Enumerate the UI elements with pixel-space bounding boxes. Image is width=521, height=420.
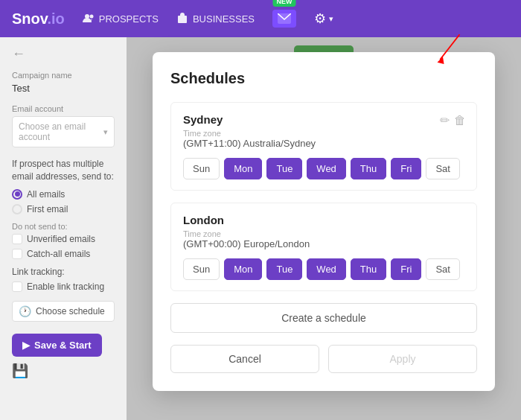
schedule-block-london: London Time zone (GMT+00:00) Europe/Lond…: [170, 203, 477, 291]
day-fri-london[interactable]: Fri: [391, 258, 421, 280]
all-emails-option[interactable]: All emails: [12, 189, 115, 200]
all-emails-radio[interactable]: [12, 189, 22, 200]
main-area: ← Campaign name Test Email account Choos…: [0, 37, 521, 420]
link-tracking-label: Link tracking:: [12, 267, 115, 277]
nav-mail[interactable]: [272, 10, 296, 28]
modal-overlay: Schedules ✏ 🗑 Sydney Time zone (GMT+11:0…: [127, 37, 521, 420]
tz-value-sydney: (GMT+11:00) Australia/Sydney: [183, 138, 464, 149]
catch-all-checkbox[interactable]: [12, 249, 22, 259]
days-row-london: Sun Mon Tue Wed Thu Fri Sat: [183, 258, 464, 280]
nav-prospects[interactable]: PROSPECTS: [83, 13, 159, 25]
chevron-down-icon: ▾: [103, 127, 108, 137]
day-fri-sydney[interactable]: Fri: [391, 158, 421, 179]
svg-point-1: [89, 15, 93, 19]
day-mon-sydney[interactable]: Mon: [224, 158, 262, 179]
enable-link-tracking-label: Enable link tracking: [27, 281, 104, 292]
save-icon: 💾: [12, 363, 28, 378]
delete-icon-sydney[interactable]: 🗑: [454, 114, 466, 127]
campaign-name-value: Test: [12, 83, 115, 94]
catch-all-label: Catch-all emails: [27, 249, 90, 259]
nav-prospects-label: PROSPECTS: [99, 13, 159, 25]
first-email-label: First email: [27, 204, 68, 214]
svg-rect-2: [178, 16, 187, 23]
nav-mail-wrap: NEW: [272, 10, 296, 28]
apply-button[interactable]: Apply: [328, 345, 477, 373]
schedules-modal: Schedules ✏ 🗑 Sydney Time zone (GMT+11:0…: [153, 52, 495, 391]
day-sun-sydney[interactable]: Sun: [183, 158, 220, 179]
nav-settings[interactable]: ⚙ ▾: [314, 10, 333, 27]
tz-label-london: Time zone: [183, 229, 464, 238]
play-icon: ▶: [22, 340, 30, 351]
unverified-emails-label: Unverified emails: [27, 234, 95, 244]
schedule-actions-sydney: ✏ 🗑: [440, 113, 466, 127]
new-badge: NEW: [273, 0, 296, 7]
day-mon-london[interactable]: Mon: [224, 258, 262, 280]
modal-footer: Cancel Apply: [170, 345, 477, 373]
tz-label-sydney: Time zone: [183, 129, 464, 138]
multiple-email-label: If prospect has multiple email addresses…: [12, 158, 115, 183]
day-sun-london[interactable]: Sun: [183, 258, 220, 280]
save-start-button[interactable]: ▶ Save & Start: [12, 334, 102, 357]
schedule-name-london: London: [183, 214, 464, 226]
day-sat-sydney[interactable]: Sat: [426, 158, 460, 179]
sidebar: ← Campaign name Test Email account Choos…: [0, 37, 127, 420]
day-wed-sydney[interactable]: Wed: [307, 158, 346, 179]
logo-suffix: .io: [47, 10, 64, 27]
first-email-radio[interactable]: [12, 204, 22, 214]
back-button[interactable]: ←: [12, 46, 115, 62]
email-account-label: Email account: [12, 104, 115, 113]
svg-marker-5: [438, 57, 444, 64]
create-schedule-button[interactable]: Create a schedule: [170, 303, 477, 333]
top-nav: Snov.io PROSPECTS BUSINESSES NEW ⚙ ▾: [0, 0, 521, 37]
clock-icon: 🕐: [19, 305, 31, 317]
catch-all-option[interactable]: Catch-all emails: [12, 249, 115, 259]
schedule-block-sydney: ✏ 🗑 Sydney Time zone (GMT+11:00) Austral…: [170, 102, 477, 191]
edit-icon-sydney[interactable]: ✏: [440, 113, 450, 127]
enable-link-tracking-option[interactable]: Enable link tracking: [12, 281, 115, 292]
unverified-emails-option[interactable]: Unverified emails: [12, 234, 115, 244]
nav-businesses[interactable]: BUSINESSES: [176, 13, 255, 25]
cancel-button[interactable]: Cancel: [170, 345, 319, 373]
enable-link-tracking-checkbox[interactable]: [12, 281, 22, 292]
days-row-sydney: Sun Mon Tue Wed Thu Fri Sat: [183, 158, 464, 179]
nav-businesses-label: BUSINESSES: [193, 13, 255, 25]
modal-title: Schedules: [170, 70, 477, 87]
save-start-label: Save & Start: [34, 340, 92, 351]
day-wed-london[interactable]: Wed: [307, 258, 346, 280]
day-thu-london[interactable]: Thu: [351, 258, 386, 280]
email-account-select[interactable]: Choose an email account ▾: [12, 116, 115, 147]
day-tue-sydney[interactable]: Tue: [266, 158, 302, 179]
logo: Snov.io: [12, 10, 65, 28]
schedule-name-sydney: Sydney: [183, 113, 464, 126]
all-emails-label: All emails: [27, 189, 65, 200]
campaign-name-label: Campaign name: [12, 71, 115, 80]
email-account-placeholder: Choose an email account: [19, 121, 103, 142]
unverified-emails-checkbox[interactable]: [12, 234, 22, 244]
choose-schedule-label: Choose schedule: [36, 306, 105, 316]
tz-value-london: (GMT+00:00) Europe/London: [183, 238, 464, 249]
day-tue-london[interactable]: Tue: [266, 258, 302, 280]
svg-line-4: [440, 34, 459, 60]
day-sat-london[interactable]: Sat: [426, 258, 460, 280]
choose-schedule-button[interactable]: 🕐 Choose schedule: [12, 301, 115, 322]
do-not-send-label: Do not send to:: [12, 222, 115, 231]
first-email-option[interactable]: First email: [12, 204, 115, 214]
day-thu-sydney[interactable]: Thu: [351, 158, 386, 179]
